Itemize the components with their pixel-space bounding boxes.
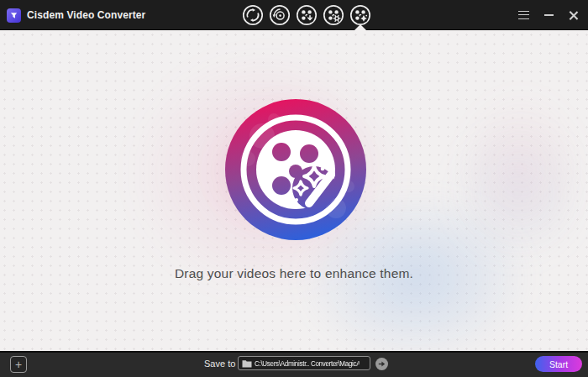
tab-toolbox[interactable]: [323, 4, 344, 26]
folder-icon: [242, 359, 252, 368]
disc-rip-icon: [269, 4, 291, 26]
start-button[interactable]: Start: [535, 356, 582, 372]
drop-zone[interactable]: Drag your videos here to enhance them.: [0, 30, 588, 351]
save-path-field[interactable]: C:\Users\Administr.. Converter\MagicAI: [238, 356, 370, 370]
mode-tabbar: [242, 4, 371, 26]
footer-bar: + Save to C:\Users\Administr.. Converter…: [0, 351, 588, 377]
tab-enhance[interactable]: [349, 4, 371, 26]
open-folder-button[interactable]: [375, 358, 388, 370]
tab-convert[interactable]: [242, 4, 264, 26]
film-reel-magic-wand-icon: [225, 99, 366, 240]
window-controls: [516, 0, 581, 30]
app-brand: Cisdem Video Converter: [7, 0, 145, 30]
close-icon: [569, 10, 580, 21]
app-title: Cisdem Video Converter: [27, 9, 145, 21]
close-button[interactable]: [566, 8, 581, 23]
watercolor-blob: [458, 89, 584, 249]
video-download-icon: [296, 4, 318, 26]
active-tab-notch: [354, 24, 366, 30]
arrow-right-icon: [378, 360, 386, 368]
app-window: Cisdem Video Converter: [0, 0, 588, 377]
titlebar: Cisdem Video Converter: [0, 0, 588, 30]
drop-hint-text: Drag your videos here to enhance them.: [0, 266, 588, 281]
tab-rip[interactable]: [269, 4, 291, 26]
save-path-value: C:\Users\Administr.. Converter\MagicAI: [255, 359, 360, 368]
minimize-icon: [544, 14, 554, 16]
app-logo-icon: [7, 8, 21, 23]
menu-button[interactable]: [516, 8, 531, 23]
video-toolbox-icon: [323, 4, 344, 26]
video-enhance-icon: [349, 4, 371, 26]
save-to-label: Save to: [204, 359, 235, 369]
tab-download[interactable]: [296, 4, 318, 26]
menu-icon: [518, 11, 529, 19]
minimize-button[interactable]: [541, 8, 556, 23]
add-files-button[interactable]: +: [10, 356, 27, 373]
video-convert-icon: [242, 4, 264, 26]
